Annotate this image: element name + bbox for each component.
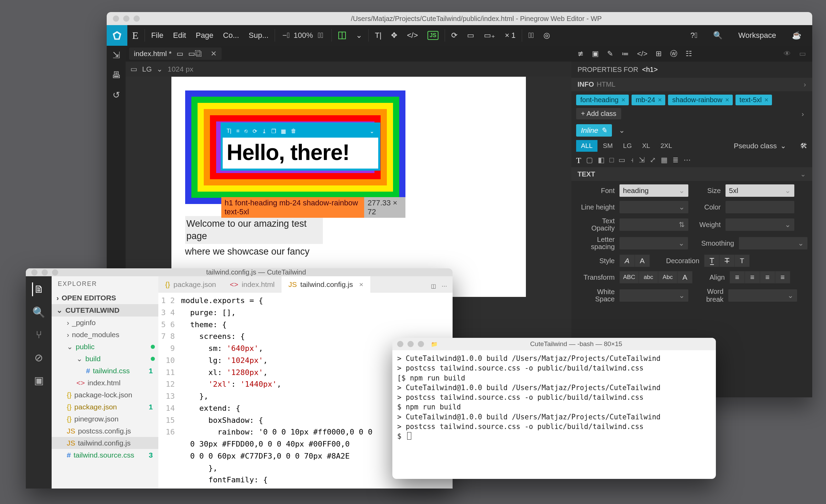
move-tool-icon[interactable]: ✥ — [386, 25, 402, 46]
wordbreak-select[interactable]: ⌄ — [728, 289, 797, 302]
editor-tab[interactable]: <>index.html — [223, 276, 282, 293]
project-section[interactable]: ⌄ CUTETAILWIND — [52, 304, 158, 317]
tree-item[interactable]: ⌄public — [52, 341, 158, 353]
spacing-icon[interactable]: ▢ — [586, 156, 593, 165]
transform-buttons[interactable]: ABC abc Abc A — [620, 271, 692, 283]
open-editors-section[interactable]: › OPEN EDITORS — [52, 292, 158, 304]
menu-page[interactable]: Page — [191, 25, 218, 46]
class-chip[interactable]: mb-24× — [632, 95, 665, 105]
add-class-button[interactable]: + Add class — [576, 108, 621, 119]
zoom-dot[interactable] — [134, 15, 140, 22]
puzzle-icon[interactable]: ⊞ — [656, 50, 662, 58]
chevron-down-icon[interactable]: ⌄ — [800, 170, 806, 178]
bp-lg[interactable]: LG — [618, 140, 636, 152]
tree-icon[interactable]: ☷ — [686, 50, 692, 58]
zoom-out-icon[interactable]: −⃝ — [281, 31, 291, 40]
breakpoint-label[interactable]: LG — [142, 65, 152, 73]
rainbow-box[interactable]: T| ≡ ⎋ ⟳ ⤓ ❐ ▦ 🗑 ⌄ Hello, there! — [185, 90, 405, 204]
terminal-titlebar[interactable]: 📁 CuteTailwind — -bash — 80×15 — [392, 338, 716, 350]
class-chip[interactable]: text-5xl× — [735, 95, 772, 105]
inline-style-pill[interactable]: Inline ✎ — [576, 124, 612, 137]
titlebar[interactable]: /Users/Matjaz/Projects/CuteTailwind/publ… — [107, 12, 812, 25]
tree-item[interactable]: <>index.html — [52, 377, 158, 389]
settings-icon[interactable]: ≡ — [236, 128, 239, 134]
remove-chip-icon[interactable]: × — [658, 96, 662, 104]
insert-icon[interactable]: ⤓ — [262, 128, 266, 135]
underline-icon[interactable]: T̲ — [704, 255, 719, 267]
code-icon[interactable]: </> — [637, 50, 647, 58]
device-icon[interactable]: ▭ — [462, 25, 479, 46]
link-icon[interactable]: ⎋ — [244, 128, 248, 134]
list-icon[interactable]: ≔ — [622, 50, 629, 58]
tree-item[interactable]: {}package-lock.json — [52, 389, 158, 401]
box-icon[interactable]: □ — [610, 156, 614, 165]
lineheight-select[interactable]: ⌄ — [620, 201, 688, 213]
box2-icon[interactable]: ▭ — [618, 156, 625, 165]
bp-sm[interactable]: SM — [598, 140, 618, 152]
window-add-icon[interactable]: ▭₊ — [479, 25, 500, 46]
split-editor-icon[interactable]: ◫ — [431, 283, 436, 289]
tree-item[interactable]: JStailwind.config.js — [52, 437, 158, 449]
remove-chip-icon[interactable]: × — [621, 96, 625, 104]
pinegrow-logo[interactable] — [107, 25, 127, 46]
wordpress-icon[interactable]: ⓦ — [670, 49, 677, 58]
text-edit-icon[interactable]: T| — [227, 128, 232, 134]
instances-count[interactable]: × 1 — [500, 25, 520, 46]
extensions-icon[interactable]: ▣ — [32, 373, 46, 387]
chevron-down-icon[interactable]: ⌄ — [780, 142, 786, 150]
tree-item[interactable]: ›_pginfo — [52, 317, 158, 329]
size-select[interactable]: 5xl⌄ — [726, 184, 794, 197]
chevron-right-icon[interactable]: › — [802, 110, 807, 118]
chevron-right-icon[interactable]: › — [804, 81, 806, 88]
tree-item[interactable]: JSpostcss.config.js — [52, 425, 158, 437]
menu-file[interactable]: File — [146, 25, 168, 46]
paragraph-line-1[interactable]: Welcome to our amazing test page — [185, 216, 323, 244]
letterspacing-select[interactable]: ⌄ — [620, 237, 688, 249]
vscode-titlebar[interactable]: tailwind.config.js — CuteTailwind — [26, 268, 453, 276]
workspace-menu[interactable]: Workspace — [733, 25, 781, 46]
tree-item[interactable]: ⌄build — [52, 353, 158, 365]
whitespace-select[interactable]: ⌄ — [620, 289, 688, 302]
tree-item[interactable]: #tailwind.css1 — [52, 365, 158, 377]
menu-edit[interactable]: Edit — [168, 25, 191, 46]
menu-support[interactable]: Sup... — [244, 25, 273, 46]
editor-tab[interactable]: JStailwind.config.js× — [282, 276, 370, 293]
window-controls[interactable] — [113, 15, 140, 22]
style-buttons[interactable]: A A — [620, 255, 650, 267]
selected-element[interactable]: T| ≡ ⎋ ⟳ ⤓ ❐ ▦ 🗑 ⌄ Hello, there! — [221, 123, 380, 170]
coffee-icon[interactable]: ☕ — [787, 25, 806, 46]
help-icon[interactable]: ?⃞ — [686, 25, 702, 46]
info-header[interactable]: INFO HTML › — [571, 78, 812, 91]
delete-icon[interactable]: 🗑 — [291, 128, 296, 134]
weight-select[interactable]: ⌄ — [726, 218, 794, 231]
align-buttons[interactable]: ≡ ≡ ≡ ≡ — [730, 271, 790, 283]
chevron-down-icon[interactable]: ⌄ — [351, 25, 367, 46]
device-icon[interactable]: ▭ — [130, 65, 137, 73]
panel-icon[interactable]: ▭ — [799, 50, 806, 58]
size-icon[interactable]: ⤢ — [650, 156, 656, 165]
tools-icon[interactable]: 🛠 — [800, 142, 807, 150]
strike-icon[interactable]: T̶ — [719, 255, 734, 267]
search-icon[interactable]: 🔍 — [708, 25, 727, 46]
tree-item[interactable]: {}package.json1 — [52, 401, 158, 413]
smoothing-select[interactable]: ⌄ — [739, 237, 807, 249]
sliders-icon[interactable]: ≢ — [578, 50, 584, 58]
terminal-output[interactable]: > CuteTailwind@1.0.0 build /Users/Matjaz… — [392, 350, 716, 479]
grid-icon[interactable]: ▦ — [281, 128, 286, 135]
border-icon[interactable]: ◧ — [598, 156, 605, 165]
minimize-dot[interactable] — [123, 15, 129, 22]
color-select[interactable] — [726, 201, 794, 213]
none-icon[interactable]: T — [734, 255, 750, 267]
bp-all[interactable]: ALL — [576, 140, 597, 152]
print-icon[interactable]: 🖶 — [110, 69, 122, 81]
list-icon[interactable]: ≣ — [673, 156, 679, 165]
eye-icon[interactable]: 👁 — [784, 50, 791, 58]
explorer-icon[interactable]: 🗎 — [32, 282, 46, 296]
chevron-down-icon[interactable]: ⌄ — [157, 65, 163, 73]
remove-chip-icon[interactable]: × — [725, 96, 729, 104]
align-center-icon[interactable]: ≡ — [745, 271, 760, 283]
h1-element[interactable]: Hello, there! — [223, 138, 378, 169]
align-right-icon[interactable]: ≡ — [760, 271, 775, 283]
layout-icon[interactable] — [333, 25, 351, 46]
undo-icon[interactable]: ↺ — [110, 89, 122, 101]
